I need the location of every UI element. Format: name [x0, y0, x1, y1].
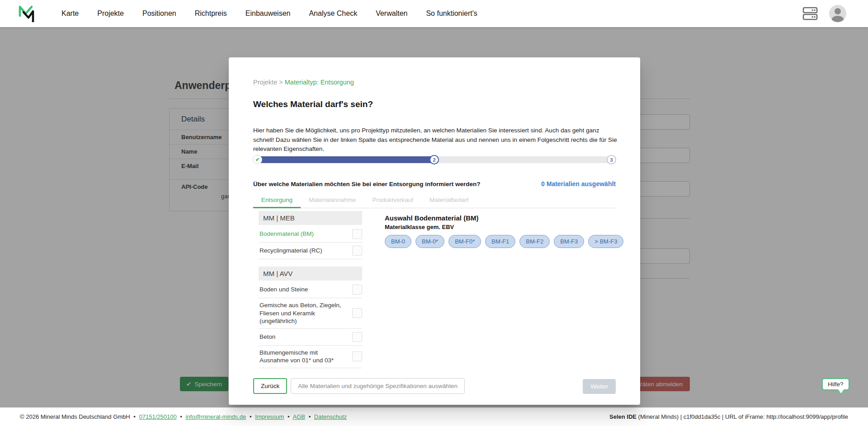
footer-link-impressum[interactable]: Impressum	[255, 413, 284, 420]
list-item-bitumengemische[interactable]: Bitumengemische mit Ausnahme von 01* und…	[259, 346, 362, 368]
footer-separator: •	[133, 413, 136, 420]
breadcrumb: Projekte > Materialtyp: Entsorgung	[253, 79, 354, 86]
dialog-description: Hier haben Sie die Möglichkeit, uns pro …	[253, 126, 618, 154]
list-item-beton[interactable]: Beton	[259, 329, 362, 346]
mineral-minds-logo-icon[interactable]	[18, 5, 35, 22]
material-label: Gemische aus Beton, Ziegeln, Fliesen und…	[259, 301, 343, 325]
material-label: Bodenmaterial (BM)	[259, 230, 343, 238]
footer-separator: •	[309, 413, 311, 420]
help-bubble[interactable]: Hilfe?	[822, 378, 849, 390]
footer-iframe-info: (Mineral Minds) | c1f0dd1da35c | URL of …	[637, 413, 848, 420]
material-label: Recyclingmaterial (RC)	[259, 247, 343, 255]
material-class-chips: BM-0 BM-0* BM-F0* BM-F1 BM-F2 BM-F3 > BM…	[385, 235, 615, 248]
progress-step-2-current: 2	[429, 155, 439, 164]
progress-step-3: 3	[607, 155, 616, 164]
footer-link-email[interactable]: info@mineral-minds.de	[185, 413, 246, 420]
chip-gt-bm-f3[interactable]: > BM-F3	[588, 235, 623, 248]
list-item-boden-und-steine[interactable]: Boden und Steine	[259, 281, 362, 298]
selection-panel-subtitle: Materialklasse gem. EBV	[385, 224, 615, 230]
tab-produktverkauf[interactable]: Produktverkauf	[364, 194, 421, 208]
chip-bm-f1[interactable]: BM-F1	[485, 235, 515, 248]
chip-bm-f0s[interactable]: BM-F0*	[448, 235, 481, 248]
selection-panel-title: Auswahl Bodenmaterial (BM)	[385, 214, 615, 222]
footer-right: Selen IDE (Mineral Minds) | c1f0dd1da35c…	[609, 413, 848, 420]
question-text: Über welche Materialien möchten Sie bei …	[253, 181, 481, 187]
weiter-button[interactable]: Weiter	[583, 379, 616, 394]
footer-link-datenschutz[interactable]: Datenschutz	[314, 413, 347, 420]
selection-panel: Auswahl Bodenmaterial (BM) Materialklass…	[385, 214, 615, 248]
select-all-materials-button[interactable]: Alle Materialien und zugehörige Spezifik…	[291, 378, 465, 394]
list-item-gemische[interactable]: Gemische aus Beton, Ziegeln, Fliesen und…	[259, 298, 362, 329]
footer-ide-name: Selen IDE	[609, 413, 637, 420]
tab-materialbedarf[interactable]: Materialbedarf	[421, 194, 476, 208]
material-type-tabs: Entsorgung Materialannahme Produktverkau…	[253, 194, 616, 208]
nav-item-analyse-check[interactable]: Analyse Check	[309, 9, 357, 18]
footer-separator: •	[288, 413, 290, 420]
material-checkbox[interactable]	[352, 308, 362, 318]
progress-bar: ✔ 2 3	[253, 156, 616, 163]
footer-left: © 2026 Mineral Minds Deutschland GmbH • …	[20, 413, 347, 420]
group-header-mm-avv: MM | AVV	[259, 267, 362, 281]
nav-item-karte[interactable]: Karte	[61, 9, 79, 18]
material-selection-dialog: Projekte > Materialtyp: Entsorgung Welch…	[229, 57, 640, 405]
zurueck-button[interactable]: Zurück	[253, 378, 287, 394]
footer-separator: •	[250, 413, 252, 420]
breadcrumb-projekte[interactable]: Projekte	[253, 79, 277, 86]
nav-item-richtpreis[interactable]: Richtpreis	[195, 9, 227, 18]
breadcrumb-current: Materialtyp: Entsorgung	[285, 79, 354, 86]
tab-entsorgung[interactable]: Entsorgung	[253, 194, 301, 208]
material-checkbox[interactable]	[352, 229, 362, 239]
footer-separator: •	[180, 413, 182, 420]
list-item-bodenmaterial[interactable]: Bodenmaterial (BM)	[259, 226, 362, 243]
material-label: Beton	[259, 333, 343, 341]
nav-item-einbauweisen[interactable]: Einbauweisen	[245, 9, 291, 18]
breadcrumb-separator: >	[279, 79, 283, 86]
nav-item-positionen[interactable]: Positionen	[142, 9, 176, 18]
tab-materialannahme[interactable]: Materialannahme	[301, 194, 364, 208]
copyright-text: © 2026 Mineral Minds Deutschland GmbH	[20, 413, 130, 420]
avatar-person-icon	[835, 8, 841, 14]
progress-bar-fill	[253, 156, 434, 163]
chip-bm-0s[interactable]: BM-0*	[415, 235, 444, 248]
nav-item-so-funktionierts[interactable]: So funktioniert's	[426, 9, 477, 18]
nav-item-verwalten[interactable]: Verwalten	[376, 9, 407, 18]
material-label: Bitumengemische mit Ausnahme von 01* und…	[259, 349, 343, 365]
material-label: Boden und Steine	[259, 286, 343, 294]
server-icon[interactable]	[802, 6, 818, 21]
dialog-title: Welches Material darf's sein?	[253, 99, 373, 109]
chip-bm-0[interactable]: BM-0	[385, 235, 411, 248]
progress-step-1-done: ✔	[253, 155, 262, 164]
material-list: MM | MEB Bodenmaterial (BM) Recyclingmat…	[259, 211, 362, 368]
material-checkbox[interactable]	[352, 246, 362, 256]
list-item-recyclingmaterial[interactable]: Recyclingmaterial (RC)	[259, 243, 362, 259]
main-nav: Karte Projekte Positionen Richtpreis Ein…	[61, 0, 477, 27]
material-checkbox[interactable]	[352, 351, 362, 361]
footer-bar: © 2026 Mineral Minds Deutschland GmbH • …	[0, 407, 868, 426]
material-checkbox[interactable]	[352, 285, 362, 295]
material-checkbox[interactable]	[352, 332, 362, 342]
footer-link-phone[interactable]: 07151/250100	[139, 413, 177, 420]
user-avatar[interactable]	[829, 5, 846, 22]
chip-bm-f2[interactable]: BM-F2	[519, 235, 550, 248]
nav-item-projekte[interactable]: Projekte	[97, 9, 124, 18]
top-navigation-bar: Karte Projekte Positionen Richtpreis Ein…	[0, 0, 868, 27]
selected-materials-count: 0 Materialien ausgewählt	[541, 180, 616, 187]
check-icon: ✔	[255, 157, 259, 163]
footer-link-agb[interactable]: AGB	[293, 413, 305, 420]
group-header-mm-meb: MM | MEB	[259, 211, 362, 225]
chip-bm-f3[interactable]: BM-F3	[554, 235, 584, 248]
avatar-person-icon	[832, 16, 844, 22]
